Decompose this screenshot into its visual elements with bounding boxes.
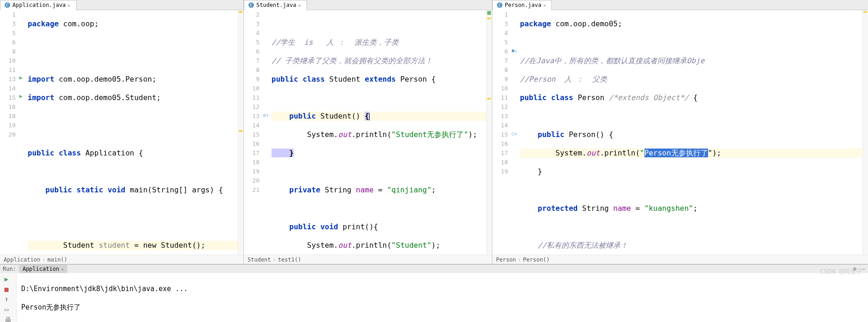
run-label: Run: [0,266,19,272]
up-icon[interactable]: ⬆ [5,295,12,303]
error-stripe [862,10,868,255]
code-text-1[interactable]: package com.oop; import com.oop.demo05.P… [26,10,238,255]
run-tool-buttons: ▶ ■ ⬆ ▭ 🖶 [0,273,17,322]
breadcrumb-1: Application›main() [0,255,243,264]
tab-person[interactable]: C Person.java ✕ [492,0,552,10]
run-method-icon[interactable]: ▶ [19,93,23,99]
override-icon[interactable]: o↑ [263,113,269,118]
java-class-icon: C [496,2,503,8]
svg-text:C: C [498,3,501,7]
editor-pane-2: C Student.java ✕ 23456789101112131415161… [244,0,492,264]
run-output[interactable]: D:\Environment\jdk8\jdk\bin\java.exe ...… [17,273,868,322]
line-gutter: 13568101113141516181920 [0,10,18,255]
close-icon[interactable]: ✕ [68,3,72,7]
editor-pane-3: C Person.java ✕ 134567891011121314151617… [492,0,868,264]
code-area-3[interactable]: 1345678910111213141516171819 ●↓ ○↓ packa… [492,10,868,255]
gutter-icons: o↑ [262,10,270,255]
breadcrumb-3: Person›Person() [492,255,868,264]
java-class-icon: C [248,2,254,8]
editor-pane-1: C Application.java ✕ 1356810111314151618… [0,0,244,264]
line-gutter: 23456789101112131415161718192021 [244,10,262,255]
layout-icon[interactable]: ▭ [5,305,12,313]
rerun-icon[interactable]: ▶ [5,275,12,282]
tab-student[interactable]: C Student.java ✕ [244,0,307,10]
tab-label: Application.java [12,2,66,8]
text-cursor [369,113,370,120]
close-icon[interactable]: ✕ [61,267,64,272]
svg-text:C: C [250,3,252,7]
java-class-icon: C [4,2,11,8]
error-stripe [486,10,492,255]
tab-bar: C Student.java ✕ [244,0,492,10]
watermark: CSDN @阿玉子 [820,268,862,276]
line-gutter: 1345678910111213141516171819 [492,10,511,255]
editor-split: C Application.java ✕ 1356810111314151618… [0,0,868,264]
overridden-icon[interactable]: ○↓ [512,131,517,136]
gutter-icons: ▶ ▶ [18,10,26,255]
print-icon[interactable]: 🖶 [5,316,12,322]
tab-label: Person.java [505,2,541,8]
tab-application[interactable]: C Application.java ✕ [0,0,77,10]
run-class-icon[interactable]: ▶ [19,75,23,81]
gutter-icons: ●↓ ○↓ [511,10,518,255]
tab-label: Student.java [256,2,296,8]
run-config-tab[interactable]: Application ✕ [19,265,68,273]
tab-bar: C Application.java ✕ [0,0,243,10]
breadcrumb-2: Student›test1() [244,255,492,264]
code-text-2[interactable]: //学生 is 人 ： 派生类，子类 // 子类继承了父类，就会拥有父类的全部方… [270,10,486,255]
close-icon[interactable]: ✕ [543,3,548,7]
run-header: Run: Application ✕ ⚙ — [0,265,868,273]
code-text-3[interactable]: package com.oop.demo05; //在Java中，所有的类，都默… [518,10,862,255]
tab-bar: C Person.java ✕ [492,0,868,10]
code-area-1[interactable]: 13568101113141516181920 ▶ ▶ package com.… [0,10,243,255]
subclass-icon[interactable]: ●↓ [512,48,517,53]
error-stripe [238,10,243,255]
close-icon[interactable]: ✕ [298,3,303,7]
stop-icon[interactable]: ■ [5,285,12,292]
run-tool-window: Run: Application ✕ ⚙ — ▶ ■ ⬆ ▭ 🖶 D:\Envi… [0,264,868,322]
code-area-2[interactable]: 23456789101112131415161718192021 o↑ //学生… [244,10,492,255]
svg-text:C: C [6,3,8,7]
